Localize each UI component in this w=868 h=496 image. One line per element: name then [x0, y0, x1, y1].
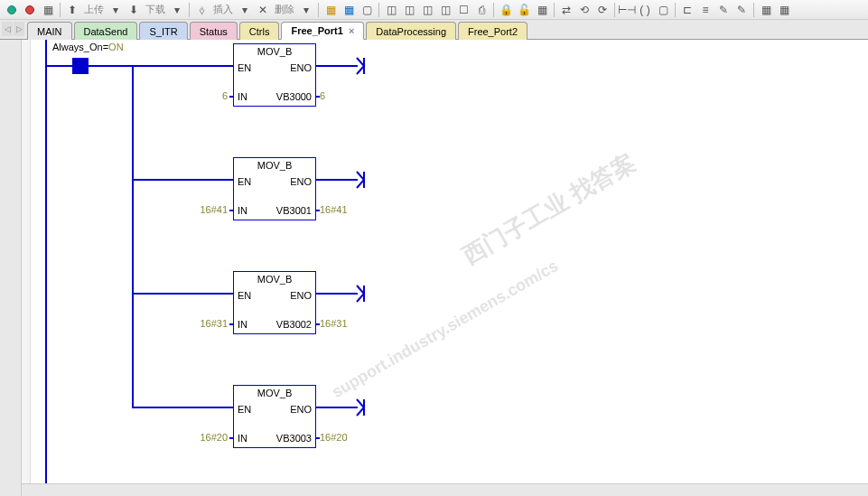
pin-eno: ENO — [290, 404, 312, 415]
tool-icon[interactable]: ⟳ — [594, 2, 611, 18]
pin-in: IN — [238, 433, 247, 444]
tool-icon[interactable]: ◫ — [437, 2, 453, 18]
pin-eno: ENO — [290, 62, 312, 73]
tool-icon[interactable]: ▦ — [322, 2, 339, 18]
tab-free_port2[interactable]: Free_Port2 — [458, 22, 527, 40]
lock-icon[interactable]: 🔒 — [498, 2, 514, 18]
box-icon[interactable]: ▢ — [655, 2, 671, 18]
contact-symbol[interactable] — [72, 58, 89, 74]
mov-b-block[interactable]: MOV_BENENOINVB3002 — [233, 271, 316, 334]
mov-b-block[interactable]: MOV_BENENOINVB3001 — [233, 157, 316, 220]
scrollbar-bottom[interactable] — [22, 483, 868, 496]
tab-ctrls[interactable]: Ctrls — [239, 22, 280, 40]
in-value: 16#41 — [200, 204, 228, 215]
tool-icon[interactable]: ≡ — [697, 2, 714, 18]
terminator-icon — [356, 171, 370, 189]
delete-icon[interactable]: ✕ — [255, 2, 271, 18]
wire — [316, 437, 320, 439]
dropdown-icon[interactable]: ▾ — [298, 2, 314, 18]
pin-out: VB3000 — [276, 91, 312, 102]
wire — [45, 65, 72, 67]
in-value: 16#31 — [200, 318, 228, 329]
upload-icon[interactable]: ⬆ — [64, 2, 80, 18]
tab-close-icon[interactable]: × — [349, 25, 354, 36]
tool-icon[interactable]: ☐ — [455, 2, 471, 18]
dropdown-icon[interactable]: ▾ — [107, 2, 124, 18]
out-value: 16#31 — [320, 318, 348, 329]
pin-en: EN — [238, 176, 251, 187]
wire — [229, 437, 233, 439]
coil-icon[interactable]: ( ) — [637, 2, 653, 18]
mov-b-block[interactable]: MOV_BENENOINVB3003 — [233, 385, 316, 448]
wire — [229, 323, 233, 325]
pin-en: EN — [238, 62, 251, 73]
left-rail — [45, 40, 47, 496]
ruler — [22, 40, 31, 496]
in-value: 6 — [222, 90, 228, 101]
run-icon[interactable] — [4, 2, 20, 18]
dropdown-icon[interactable]: ▾ — [169, 2, 185, 18]
ladder-canvas[interactable]: Always_On=ON MOV_BENENOINVB300066MOV_BEN… — [0, 40, 868, 496]
contact-icon[interactable]: ⊢⊣ — [619, 2, 635, 18]
wire — [316, 407, 358, 408]
wire — [316, 210, 320, 211]
toolbar: ▦ ⬆ 上传 ▾ ⬇ 下载 ▾ ⎀ 插入 ▾ ✕ 删除 ▾ ▦ ▦ ▢ ◫ ◫ … — [0, 0, 868, 20]
terminator-icon — [356, 57, 370, 75]
tab-status[interactable]: Status — [190, 22, 238, 40]
pin-out: VB3001 — [276, 205, 312, 216]
wire — [132, 65, 233, 67]
pin-in: IN — [238, 205, 247, 216]
download-icon[interactable]: ⬇ — [126, 2, 142, 18]
tool-icon[interactable]: ✎ — [733, 2, 750, 18]
pin-en: EN — [238, 290, 251, 301]
insert-icon[interactable]: ⎀ — [193, 2, 210, 18]
tool-icon[interactable]: ▦ — [534, 2, 550, 18]
tab-nav: ◁ ▷ — [2, 22, 25, 36]
tool-icon[interactable]: ▦ — [341, 2, 357, 18]
block-title: MOV_B — [234, 158, 315, 171]
left-gutter — [0, 40, 22, 496]
wire — [316, 323, 320, 325]
wire — [229, 96, 233, 98]
tool-icon[interactable]: ◫ — [401, 2, 417, 18]
tool-icon[interactable]: ▢ — [359, 2, 375, 18]
compile-icon[interactable]: ▦ — [40, 2, 56, 18]
out-value: 16#41 — [320, 204, 348, 215]
tab-next-icon[interactable]: ▷ — [14, 22, 24, 36]
block-title: MOV_B — [234, 386, 315, 398]
out-value: 6 — [320, 90, 325, 101]
wire — [132, 65, 134, 407]
tab-datasend[interactable]: DataSend — [74, 22, 138, 40]
out-value: 16#20 — [320, 432, 348, 443]
unlock-icon[interactable]: 🔓 — [516, 2, 532, 18]
wire — [132, 179, 233, 181]
wire — [316, 96, 320, 98]
tool-icon[interactable]: ▦ — [758, 2, 774, 18]
upload-label: 上传 — [82, 3, 106, 16]
tab-prev-icon[interactable]: ◁ — [2, 22, 13, 36]
tool-icon[interactable]: ⇄ — [558, 2, 574, 18]
tool-icon[interactable]: ⊏ — [679, 2, 695, 18]
tab-free_port1[interactable]: Free_Port1× — [281, 22, 364, 40]
tool-icon[interactable]: ▦ — [776, 2, 792, 18]
tool-icon[interactable]: ⟲ — [576, 2, 593, 18]
pin-out: VB3002 — [276, 319, 312, 330]
tab-dataprocessing[interactable]: DataProcessing — [366, 22, 456, 40]
tool-icon[interactable]: ◫ — [419, 2, 435, 18]
tab-s_itr[interactable]: S_ITR — [139, 22, 187, 40]
pin-out: VB3003 — [276, 433, 312, 444]
mov-b-block[interactable]: MOV_BENENOINVB3000 — [233, 43, 316, 107]
watermark: 西门子工业 找答案 — [457, 147, 641, 272]
pin-en: EN — [238, 404, 251, 415]
dropdown-icon[interactable]: ▾ — [237, 2, 253, 18]
terminator-icon — [356, 398, 370, 416]
tool-icon[interactable]: ◫ — [383, 2, 399, 18]
tool-icon[interactable]: ⎙ — [473, 2, 490, 18]
tab-main[interactable]: MAIN — [27, 22, 72, 40]
insert-label: 插入 — [211, 3, 235, 16]
wire — [316, 179, 358, 181]
wire — [316, 293, 358, 295]
wire — [316, 65, 358, 67]
tool-icon[interactable]: ✎ — [715, 2, 732, 18]
stop-icon[interactable] — [22, 2, 38, 18]
